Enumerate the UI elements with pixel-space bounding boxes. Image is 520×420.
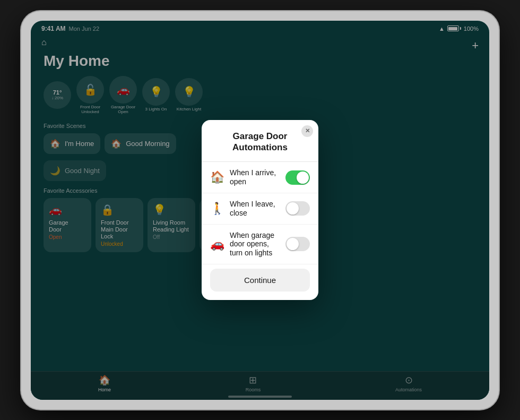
- arrive-icon: 🏠: [210, 170, 224, 184]
- modal-close-button[interactable]: ✕: [301, 125, 313, 137]
- arrive-text: When I arrive, open: [230, 168, 280, 186]
- modal-title: Garage Door Automations: [202, 120, 318, 162]
- leave-icon: 🚶: [210, 202, 224, 216]
- arrive-toggle[interactable]: [285, 170, 310, 185]
- ipad-screen: 9:41 AM Mon Jun 22 ▲ 100% ⌂ + My Home: [31, 21, 489, 400]
- automation-lights: 🚗 When garage door opens, turn on lights: [202, 225, 318, 264]
- lights-toggle[interactable]: [285, 237, 310, 251]
- modal-overlay: ✕ Garage Door Automations 🏠 When I arriv…: [31, 21, 489, 400]
- continue-button[interactable]: Continue: [210, 269, 310, 292]
- automation-arrive: 🏠 When I arrive, open: [202, 162, 318, 193]
- leave-text: When I leave, close: [230, 200, 280, 218]
- lights-auto-icon: 🚗: [210, 237, 224, 251]
- lights-auto-text: When garage door opens, turn on lights: [230, 231, 280, 258]
- garage-door-modal: ✕ Garage Door Automations 🏠 When I arriv…: [202, 120, 318, 300]
- automation-leave: 🚶 When I leave, close: [202, 193, 318, 225]
- ipad-frame: 9:41 AM Mon Jun 22 ▲ 100% ⌂ + My Home: [21, 11, 499, 409]
- leave-toggle[interactable]: [285, 201, 310, 216]
